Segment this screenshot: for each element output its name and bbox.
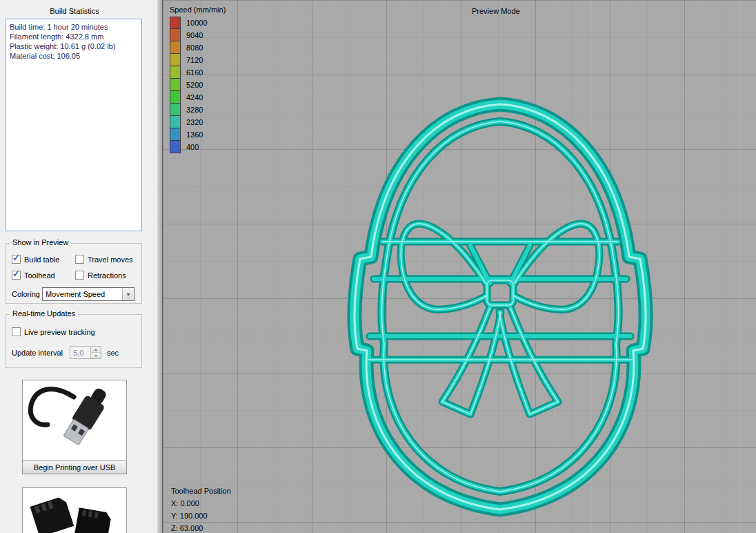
usb-print-panel: Begin Printing over USB: [22, 380, 127, 474]
update-interval-stepper[interactable]: 5,0 ▲ ▼: [70, 346, 101, 359]
legend-entry: 6160: [170, 66, 226, 79]
app-window: Build Statistics Build time: 1 hour 20 m…: [0, 0, 756, 533]
legend-entry: 8080: [170, 41, 226, 54]
toolhead-x: X: 0.000: [171, 497, 231, 510]
checkbox-label: Live preview tracking: [24, 328, 95, 336]
legend-swatch: [170, 128, 181, 141]
update-interval-label: Update interval: [12, 349, 63, 357]
build-table-checkbox-icon[interactable]: ✓: [12, 255, 21, 264]
update-interval-value[interactable]: 5,0: [70, 347, 90, 358]
build-statistics-title: Build Statistics: [0, 7, 149, 15]
toolhead-position-readout: Toolhead Position X: 0.000 Y: 190.000 Z:…: [171, 485, 231, 533]
checkbox-label: Retractions: [88, 271, 126, 280]
show-in-preview-label: Show in Preview: [10, 238, 71, 246]
legend-entry: 9040: [170, 29, 226, 41]
live-preview-checkbox-icon[interactable]: ✓: [12, 327, 21, 336]
legend-entry: 4240: [170, 91, 226, 104]
legend-swatch: [170, 91, 181, 104]
legend-entry: 1360: [170, 128, 226, 141]
model-preview-egg-cookie-cutter: [163, 0, 756, 533]
speed-legend-title: Speed (mm/min): [170, 6, 226, 14]
stat-plastic-weight: Plastic weight: 10.61 g (0.02 lb): [10, 41, 138, 51]
legend-swatch: [170, 104, 181, 116]
legend-swatch: [170, 116, 181, 128]
sd-card-image: [23, 488, 126, 533]
update-interval-unit: sec: [107, 349, 119, 357]
check-icon: ✓: [12, 269, 20, 279]
checkbox-build-table[interactable]: ✓ Build table: [12, 255, 59, 264]
legend-swatch: [170, 17, 181, 29]
legend-swatch: [170, 66, 181, 79]
checkbox-live-preview-tracking[interactable]: ✓ Live preview tracking: [12, 327, 95, 336]
checkbox-label: Build table: [24, 255, 59, 264]
legend-entry: 2320: [170, 116, 226, 128]
begin-printing-usb-button[interactable]: Begin Printing over USB: [22, 461, 127, 474]
checkbox-retractions[interactable]: ✓ Retractions: [75, 271, 126, 280]
build-statistics-box: Build time: 1 hour 20 minutes Filament l…: [6, 19, 142, 231]
usb-cable-image: [23, 380, 126, 458]
legend-swatch: [170, 41, 181, 54]
toolhead-checkbox-icon[interactable]: ✓: [12, 271, 21, 280]
stat-material-cost: Material cost: 106.05: [10, 51, 138, 61]
legend-entry: 400: [170, 141, 226, 153]
spinner-down-button[interactable]: ▼: [91, 352, 101, 358]
legend-entry: 10000: [170, 17, 226, 29]
show-in-preview-group: Show in Preview ✓ Build table ✓ Travel m…: [6, 243, 142, 304]
checkbox-label: Toolhead: [24, 271, 55, 280]
toolhead-z: Z: 63.000: [171, 522, 231, 533]
checkbox-label: Travel moves: [88, 255, 133, 264]
preview-mode-label: Preview Mode: [472, 7, 520, 15]
travel-moves-checkbox-icon[interactable]: ✓: [75, 255, 84, 264]
sidebar-panel: Build Statistics Build time: 1 hour 20 m…: [0, 0, 157, 533]
check-icon: ✓: [12, 253, 20, 263]
spinner-up-button[interactable]: ▲: [91, 347, 101, 352]
legend-swatch: [170, 29, 181, 41]
retractions-checkbox-icon[interactable]: ✓: [75, 271, 84, 280]
legend-swatch: [170, 54, 181, 66]
legend-swatch: [170, 141, 181, 153]
realtime-updates-group: Real-time Updates ✓ Live preview trackin…: [6, 314, 142, 368]
stepper-arrows: ▲ ▼: [90, 347, 101, 358]
legend-entry: 5200: [170, 79, 226, 91]
speed-legend: Speed (mm/min) 10000 9040 8080 7120 6160: [170, 6, 226, 153]
preview-viewport[interactable]: Preview Mode Speed (mm/min) 10000 9040 8…: [163, 0, 756, 533]
coloring-dropdown-value: Movement Speed: [43, 290, 122, 298]
sd-card-panel: [22, 487, 127, 533]
coloring-dropdown[interactable]: Movement Speed ▼: [42, 287, 135, 301]
coloring-label: Coloring: [12, 290, 40, 298]
chevron-down-icon: ▼: [122, 288, 134, 300]
checkbox-travel-moves[interactable]: ✓ Travel moves: [75, 255, 133, 264]
panel-splitter[interactable]: [157, 0, 163, 533]
legend-entry: 7120: [170, 54, 226, 66]
toolhead-position-title: Toolhead Position: [171, 485, 231, 497]
realtime-updates-label: Real-time Updates: [10, 309, 78, 318]
toolhead-y: Y: 190.000: [171, 510, 231, 522]
legend-entry: 3280: [170, 104, 226, 116]
legend-swatch: [170, 79, 181, 91]
stat-filament-length: Filament length: 4322.8 mm: [10, 32, 138, 41]
stat-build-time: Build time: 1 hour 20 minutes: [10, 22, 138, 32]
checkbox-toolhead[interactable]: ✓ Toolhead: [12, 271, 55, 280]
